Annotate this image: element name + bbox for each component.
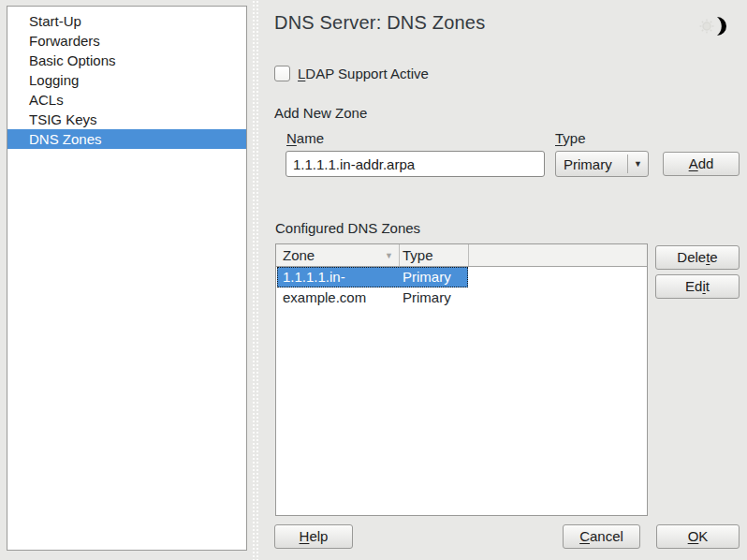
zone-type-label: Type — [555, 130, 586, 146]
sidebar-item-basic-options[interactable]: Basic Options — [7, 51, 246, 70]
sidebar-item-dns-zones[interactable]: DNS Zones — [7, 129, 246, 149]
column-header-filler — [469, 244, 647, 266]
cell-zone: 1.1.1.1.in-addr.arpa — [276, 267, 400, 287]
zone-type-selected-value: Primary — [556, 156, 627, 172]
page-title: DNS Server: DNS Zones — [274, 12, 485, 34]
column-header-type-label: Type — [403, 247, 433, 263]
sort-descending-icon: ▼ — [385, 251, 393, 260]
zone-type-select[interactable]: Primary ▼ — [555, 151, 649, 177]
edit-zone-button[interactable]: Edit — [655, 274, 740, 299]
sidebar-item-tsig-keys[interactable]: TSIG Keys — [7, 110, 246, 129]
delete-zone-button[interactable]: Delete — [655, 245, 740, 270]
cell-zone: example.com — [276, 287, 400, 308]
zone-name-label: Name — [286, 130, 324, 146]
chevron-down-icon: ▼ — [628, 159, 648, 169]
cell-type: Primary — [400, 287, 469, 308]
ldap-support-checkbox[interactable] — [274, 66, 290, 81]
sidebar-list: Start-Up Forwarders Basic Options Loggin… — [7, 11, 246, 149]
sidebar-item-logging[interactable]: Logging — [7, 70, 246, 90]
configured-zones-heading: Configured DNS Zones — [275, 220, 420, 236]
column-header-type[interactable]: Type — [400, 244, 469, 266]
add-new-zone-heading: Add New Zone — [274, 105, 367, 121]
zone-name-input[interactable] — [286, 151, 545, 177]
crescent-moon-icon — [699, 15, 729, 37]
cancel-button[interactable]: Cancel — [563, 524, 640, 549]
dns-zones-table: Zone ▼ Type 1.1.1.1.in-addr.arpa Primary… — [275, 243, 648, 516]
module-sidebar: Start-Up Forwarders Basic Options Loggin… — [7, 6, 247, 551]
add-zone-button[interactable]: Add — [663, 152, 740, 176]
table-header-row: Zone ▼ Type — [276, 244, 647, 267]
column-header-zone[interactable]: Zone ▼ — [276, 244, 400, 266]
pane-splitter-handle[interactable] — [252, 0, 259, 560]
sidebar-item-forwarders[interactable]: Forwarders — [7, 31, 246, 51]
sidebar-item-start-up[interactable]: Start-Up — [7, 11, 246, 31]
help-button[interactable]: Help — [274, 524, 353, 549]
ldap-support-row[interactable]: LDAP Support Active — [274, 66, 429, 81]
ldap-support-label: LDAP Support Active — [298, 66, 429, 81]
ok-button[interactable]: OK — [656, 524, 740, 549]
sidebar-item-acls[interactable]: ACLs — [7, 90, 246, 110]
column-header-zone-label: Zone — [283, 247, 315, 263]
cell-type: Primary — [400, 267, 469, 287]
table-row[interactable]: 1.1.1.1.in-addr.arpa Primary — [276, 267, 647, 287]
table-row[interactable]: example.com Primary — [276, 287, 647, 308]
